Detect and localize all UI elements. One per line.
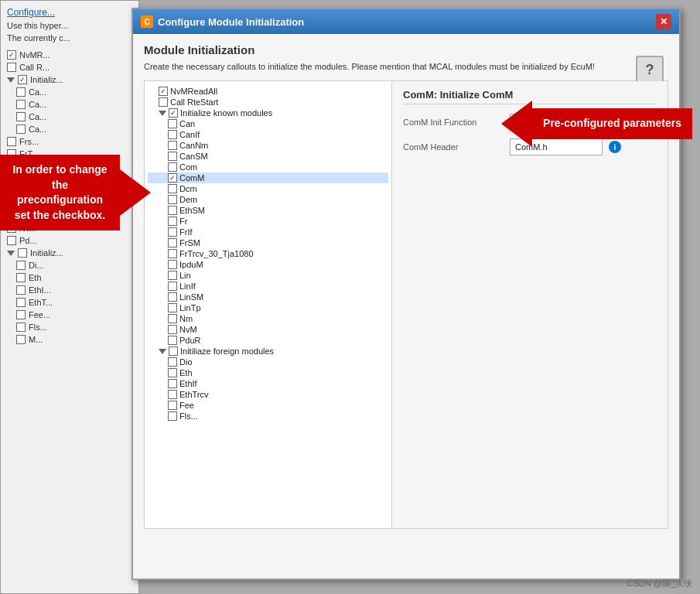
expand-init-foreign[interactable] <box>159 349 166 354</box>
bg-item-ca1[interactable]: Ca... <box>7 86 132 98</box>
bg-item-initializ[interactable]: Initializ... <box>7 73 132 86</box>
tree-item-fee[interactable]: Fee <box>148 400 388 411</box>
tree-item-ethif[interactable]: EthIf <box>148 378 388 389</box>
tree-item-com[interactable]: Com <box>148 162 388 172</box>
checkbox-dio[interactable] <box>168 357 177 367</box>
bg-item-pd[interactable]: Pd... <box>7 234 132 247</box>
bg-item-eth[interactable]: Eth <box>7 271 132 284</box>
bg-expand-initializ[interactable] <box>7 77 15 83</box>
tree-item-ipdum[interactable]: IpduM <box>148 259 388 270</box>
tree-item-fr[interactable]: Fr <box>148 216 388 227</box>
bg-checkbox-ca1[interactable] <box>16 87 26 97</box>
tree-item-comm[interactable]: ComM <box>148 172 388 183</box>
checkbox-nvm[interactable] <box>168 325 177 334</box>
bg-checkbox-eth[interactable] <box>16 273 26 282</box>
tree-item-cannm[interactable]: CanNm <box>148 140 388 151</box>
tree-item-dio[interactable]: Dio <box>148 357 388 367</box>
tree-item-pdur[interactable]: PduR <box>148 335 388 346</box>
tree-item-nm[interactable]: Nm <box>148 313 388 324</box>
bg-item-fls[interactable]: Fls... <box>7 321 132 333</box>
bg-checkbox-di[interactable] <box>16 261 26 270</box>
checkbox-ethif[interactable] <box>168 379 177 388</box>
bg-checkbox-ca4[interactable] <box>16 125 26 134</box>
checkbox-callrtestart[interactable] <box>159 97 168 107</box>
tree-item-ethsm[interactable]: EthSM <box>148 205 388 216</box>
bg-item-ca2[interactable]: Ca... <box>7 98 132 111</box>
bg-checkbox-fee[interactable] <box>16 310 26 319</box>
bg-checkbox-ca3[interactable] <box>16 112 26 121</box>
expand-init-known[interactable] <box>159 111 166 116</box>
bg-item-callr[interactable]: Call R... <box>7 61 132 73</box>
checkbox-linsm[interactable] <box>168 292 177 302</box>
checkbox-frtrcv[interactable] <box>168 249 177 258</box>
checkbox-cansm[interactable] <box>168 152 177 161</box>
checkbox-eth-foreign[interactable] <box>168 368 177 377</box>
bg-item-fee[interactable]: Fee... <box>7 309 132 321</box>
bg-checkbox-initializ[interactable] <box>18 75 27 84</box>
bg-item-initializ2[interactable]: Initializ... <box>7 247 132 259</box>
checkbox-frsm[interactable] <box>168 238 177 248</box>
bg-item-ca4[interactable]: Ca... <box>7 123 132 135</box>
bg-item-etht[interactable]: EthT... <box>7 296 132 309</box>
checkbox-init-foreign[interactable] <box>169 346 178 356</box>
checkbox-lintp[interactable] <box>168 303 177 312</box>
checkbox-ethsm[interactable] <box>168 206 177 215</box>
bg-item-m[interactable]: M... <box>7 333 132 346</box>
tree-item-cansm[interactable]: CanSM <box>148 151 388 162</box>
checkbox-init-known[interactable] <box>169 108 178 118</box>
checkbox-linif[interactable] <box>168 282 177 291</box>
checkbox-dcm[interactable] <box>168 184 177 193</box>
bg-checkbox-ethi[interactable] <box>16 285 26 295</box>
checkbox-comm[interactable] <box>168 173 177 183</box>
tree-item-can[interactable]: Can <box>148 118 388 129</box>
tree-item-ethtrcv[interactable]: EthTrcv <box>148 389 388 400</box>
tree-item-nvmreadall[interactable]: NvMReadAll <box>148 86 388 97</box>
tree-item-linsm[interactable]: LinSM <box>148 292 388 302</box>
checkbox-fee[interactable] <box>168 401 177 410</box>
bg-checkbox-m[interactable] <box>16 335 26 344</box>
bg-checkbox-etht[interactable] <box>16 298 26 307</box>
checkbox-nm[interactable] <box>168 314 177 323</box>
tree-item-frif[interactable]: FrIf <box>148 227 388 237</box>
checkbox-nvmreadall[interactable] <box>159 87 168 96</box>
bg-title-link[interactable]: Configure... <box>7 7 132 18</box>
checkbox-canif[interactable] <box>168 130 177 139</box>
checkbox-cannm[interactable] <box>168 141 177 150</box>
bg-item-nvmr[interactable]: NvMR... <box>7 49 132 61</box>
bg-checkbox-callr[interactable] <box>7 63 16 72</box>
tree-item-nvm[interactable]: NvM <box>148 324 388 335</box>
tree-item-callrtestart[interactable]: Call RteStart <box>148 97 388 108</box>
tree-item-dem[interactable]: Dem <box>148 194 388 205</box>
dialog-close-button[interactable]: ✕ <box>656 14 671 29</box>
tree-item-canif[interactable]: CanIf <box>148 129 388 140</box>
help-icon[interactable]: ? <box>636 56 664 84</box>
checkbox-frif[interactable] <box>168 227 177 237</box>
tree-item-init-known[interactable]: Initialize known modules <box>148 108 388 118</box>
bg-checkbox-pd[interactable] <box>7 236 16 245</box>
bg-item-frs[interactable]: Frs... <box>7 135 132 148</box>
checkbox-lin[interactable] <box>168 271 177 280</box>
tree-item-linif[interactable]: LinIf <box>148 281 388 292</box>
checkbox-pdur[interactable] <box>168 336 177 345</box>
bg-checkbox-frs[interactable] <box>7 137 16 146</box>
tree-item-frsm[interactable]: FrSM <box>148 237 388 248</box>
bg-item-ethi[interactable]: EthI... <box>7 284 132 296</box>
tree-item-lin[interactable]: Lin <box>148 270 388 281</box>
checkbox-dem[interactable] <box>168 195 177 204</box>
tree-item-frtrcv[interactable]: FrTrcv_30_Tja1080 <box>148 248 388 259</box>
bg-item-ca3[interactable]: Ca... <box>7 111 132 123</box>
bg-item-di[interactable]: Di... <box>7 259 132 271</box>
tree-item-lintp[interactable]: LinTp <box>148 302 388 313</box>
bg-checkbox-ca2[interactable] <box>16 100 26 109</box>
tree-item-eth-foreign[interactable]: Eth <box>148 367 388 378</box>
bg-expand-initializ2[interactable] <box>7 251 15 256</box>
checkbox-fls[interactable] <box>168 411 177 421</box>
checkbox-com[interactable] <box>168 162 177 172</box>
bg-checkbox-nvmr[interactable] <box>7 50 16 60</box>
checkbox-ethtrcv[interactable] <box>168 390 177 399</box>
tree-item-dcm[interactable]: Dcm <box>148 183 388 194</box>
checkbox-can[interactable] <box>168 119 177 128</box>
bg-checkbox-initializ2[interactable] <box>18 248 27 258</box>
tree-item-init-foreign[interactable]: Initiliaze foreign modules <box>148 346 388 357</box>
checkbox-ipdum[interactable] <box>168 260 177 269</box>
